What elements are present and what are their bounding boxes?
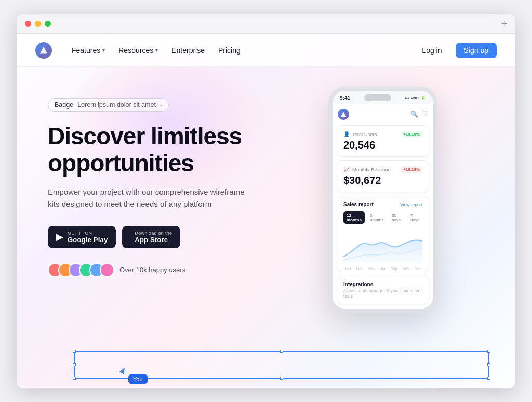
phone-notch — [364, 94, 391, 101]
app-store-line2: App Store — [135, 236, 172, 244]
nav-actions: Log in Sign up — [415, 43, 497, 58]
users-icon: 👤 — [343, 131, 350, 137]
page-content: Features ▾ Resources ▾ Enterprise Pricin… — [17, 34, 515, 388]
month-nov: Nov — [402, 266, 409, 271]
month-may: May — [368, 266, 375, 271]
sales-chart: Jan Mar May Jul Sep Nov Dec — [343, 228, 422, 264]
month-dec: Dec — [415, 266, 421, 271]
menu-icon[interactable]: ☰ — [422, 111, 428, 118]
monthly-revenue-badge: +10.18% — [401, 166, 422, 173]
month-jan: Jan — [344, 266, 351, 271]
nav-enterprise[interactable]: Enterprise — [166, 43, 210, 58]
nav-features-label: Features — [72, 46, 100, 55]
hero-title: Discover limitless opportunities — [48, 123, 297, 177]
hero-badge[interactable]: Badge Lorem ipsum dolor sit amet › — [48, 98, 169, 112]
happy-users-text: Over 10k happy users — [119, 266, 185, 274]
phone-app-logo — [338, 109, 349, 120]
phone-time: 9:41 — [340, 95, 350, 101]
total-users-badge: +10.18% — [401, 131, 422, 138]
google-play-button[interactable]: ▶ GET IT ON Google Play — [48, 226, 116, 248]
maximize-button[interactable] — [45, 21, 51, 27]
signup-button[interactable]: Sign up — [456, 43, 497, 58]
nav-enterprise-label: Enterprise — [171, 46, 205, 55]
sales-chart-svg — [343, 228, 422, 264]
google-play-line2: Google Play — [68, 236, 108, 244]
happy-users: Over 10k happy users — [48, 263, 297, 277]
integrations-section: Integrations Access and manage all your … — [337, 276, 429, 304]
monthly-revenue-value: $30,672 — [343, 175, 422, 186]
revenue-icon: 📈 — [343, 167, 350, 172]
nav-links: Features ▾ Resources ▾ Enterprise Pricin… — [66, 43, 415, 58]
app-store-line1: Download on the — [135, 231, 172, 236]
chart-area-fill — [343, 240, 422, 264]
nav-pricing[interactable]: Pricing — [213, 43, 246, 58]
battery-icon: 🔋 — [421, 96, 426, 100]
integrations-title: Integrations — [343, 282, 422, 287]
signal-icon: ▪▪▪ — [405, 96, 409, 100]
app-logo-icon — [341, 112, 346, 117]
hero-content: Badge Lorem ipsum dolor sit amet › Disco… — [48, 92, 297, 277]
badge-chevron-icon: › — [160, 102, 162, 108]
store-buttons: ▶ GET IT ON Google Play Download on the … — [48, 226, 297, 248]
tab-7days[interactable]: 7 days — [407, 211, 422, 224]
phone-frame: 9:41 ▪▪▪ WiFi 🔋 — [328, 87, 437, 313]
integrations-subtitle: Access and manage all your connected too… — [343, 288, 422, 299]
browser-window: + Features ▾ Resources ▾ Enterprise — [17, 14, 515, 388]
hero-title-line2: opportunities — [48, 150, 194, 177]
logo-icon — [40, 47, 47, 54]
monthly-revenue-label: 📈 Monthly Revenue — [343, 167, 391, 172]
google-play-icon: ▶ — [56, 231, 63, 243]
close-button[interactable] — [25, 21, 31, 27]
traffic-lights — [25, 21, 51, 27]
total-users-label-text: Total Users — [352, 131, 377, 137]
browser-titlebar: + — [17, 14, 515, 34]
new-tab-button[interactable]: + — [501, 19, 507, 29]
phone-status-bar: 9:41 ▪▪▪ WiFi 🔋 — [332, 91, 433, 104]
hero-subtitle: Empower your project with our comprehens… — [48, 186, 245, 210]
phone-status-icons: ▪▪▪ WiFi 🔋 — [405, 96, 426, 100]
chart-month-labels: Jan Mar May Jul Sep Nov Dec — [343, 266, 422, 271]
phone-app-content: 🔍 ☰ 👤 Total Users +10.18% — [332, 104, 433, 309]
nav-resources[interactable]: Resources ▾ — [113, 43, 163, 58]
sales-tabs: 12 months 3 months 30 days 7 days — [343, 211, 422, 224]
sales-report-title: Sales report — [343, 202, 374, 207]
total-users-value: 20,546 — [343, 139, 422, 151]
hero-section: Badge Lorem ipsum dolor sit amet › Disco… — [17, 67, 515, 388]
nav-features[interactable]: Features ▾ — [66, 43, 110, 58]
sales-report-header: Sales report View report — [343, 202, 422, 207]
app-store-button[interactable]: Download on the App Store — [122, 226, 180, 248]
hero-title-line1: Discover limitless — [48, 123, 242, 150]
nav-pricing-label: Pricing — [218, 46, 241, 55]
app-store-text: Download on the App Store — [135, 231, 172, 244]
tab-3months[interactable]: 3 months — [367, 211, 387, 224]
minimize-button[interactable] — [35, 21, 41, 27]
monthly-revenue-header: 📈 Monthly Revenue +10.18% — [343, 166, 422, 173]
total-users-card: 👤 Total Users +10.18% 20,546 — [337, 125, 429, 157]
features-chevron-icon: ▾ — [102, 47, 105, 53]
login-button[interactable]: Log in — [415, 43, 449, 58]
total-users-header: 👤 Total Users +10.18% — [343, 131, 422, 138]
nav-logo[interactable] — [35, 42, 52, 59]
wifi-icon: WiFi — [411, 96, 419, 100]
user-avatars — [48, 263, 114, 277]
month-mar: Mar — [356, 266, 363, 271]
navbar: Features ▾ Resources ▾ Enterprise Pricin… — [17, 34, 515, 67]
badge-label: Badge — [55, 101, 73, 109]
resources-chevron-icon: ▾ — [155, 47, 158, 53]
total-users-label: 👤 Total Users — [343, 131, 377, 137]
avatar-6 — [100, 263, 114, 277]
view-report-link[interactable]: View report — [400, 202, 422, 207]
phone-app-action-icons: 🔍 ☰ — [410, 111, 428, 118]
google-play-line1: GET IT ON — [68, 231, 108, 236]
google-play-text: GET IT ON Google Play — [68, 231, 108, 244]
tab-30days[interactable]: 30 days — [389, 211, 405, 224]
phone-app-bar: 🔍 ☰ — [337, 109, 429, 120]
nav-resources-label: Resources — [118, 46, 153, 55]
search-icon[interactable]: 🔍 — [410, 111, 418, 118]
sales-report-section: Sales report View report 12 months 3 mon… — [337, 196, 429, 272]
tab-12months[interactable]: 12 months — [343, 211, 365, 224]
month-sep: Sep — [390, 266, 397, 271]
phone-mockup: 9:41 ▪▪▪ WiFi 🔋 — [328, 87, 437, 313]
monthly-revenue-label-text: Monthly Revenue — [352, 167, 391, 172]
month-jul: Jul — [380, 266, 385, 271]
